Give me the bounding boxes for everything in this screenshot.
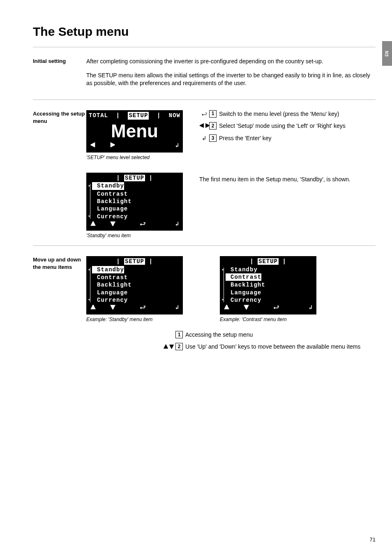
lcd-tab-setup: SETUP <box>128 112 149 120</box>
lcdA-caption: Example: 'Standby' menu item <box>86 316 183 323</box>
list-item: Contrast <box>92 274 180 281</box>
list-item: Language <box>226 289 314 296</box>
back-icon: ⮐ <box>140 304 145 311</box>
step-text: Accessing the setup menu <box>185 331 253 339</box>
list-item: Contrast <box>226 273 261 281</box>
list-item: Standby <box>92 266 124 273</box>
step-text: Select 'Setup' mode using the 'Left' or … <box>219 122 346 130</box>
scroll-down-icon: ▾ <box>88 214 90 220</box>
left-right-arrows-icon: ⯇⯈ <box>199 122 209 130</box>
lcd-menu-level: TOTAL | SETUP | NOW Menu ⯇ ⯈ ↲ <box>86 110 183 153</box>
list-item: Currency <box>92 296 180 304</box>
page-title: The Setup menu <box>33 25 376 39</box>
section-heading-accessing: Accessing the setup menu <box>33 110 86 239</box>
lcd-header-setup: SETUP <box>258 258 279 265</box>
step-number-1: 1 <box>209 110 217 118</box>
step-text: Press the 'Enter' key <box>219 134 272 142</box>
lcd-example-standby: | SETUP | ▴ Standby Contrast Backlight L… <box>86 256 183 314</box>
list-item: Backlight <box>92 281 180 289</box>
divider <box>33 47 376 47</box>
enter-icon: ↲ <box>309 304 312 312</box>
lcdB-caption: Example: 'Contrast' menu item <box>220 316 316 323</box>
lcd-pipe: | <box>157 112 161 120</box>
back-arrow-icon: ⮐ <box>199 110 209 118</box>
arrow-up-icon: ⯅ <box>90 221 96 227</box>
up-down-arrows-icon: ⯅⯆ <box>162 343 175 351</box>
enter-icon: ↲ <box>175 304 179 312</box>
back-icon: ⮐ <box>140 221 145 227</box>
enter-icon: ↲ <box>175 142 179 150</box>
divider <box>33 99 376 100</box>
list-item: Contrast <box>92 190 180 198</box>
list-item: Currency <box>226 296 314 304</box>
step-text: Use 'Up' and 'Down' keys to move between… <box>185 343 360 351</box>
step-number-3: 3 <box>209 134 217 142</box>
enter-icon: ↲ <box>199 134 209 143</box>
arrow-down-icon: ⯆ <box>244 304 249 311</box>
divider <box>33 245 376 246</box>
lcd-tab-total: TOTAL <box>89 112 108 120</box>
lcd-big-menu: Menu <box>89 122 180 140</box>
section-heading-initial: Initial setting <box>33 58 86 93</box>
initial-para-2: The SETUP menu item allows the initial s… <box>86 72 376 88</box>
list-item: Currency <box>92 213 180 220</box>
arrow-left-icon: ⯇ ⯈ <box>90 142 116 150</box>
step-number-2: 2 <box>209 122 217 130</box>
section-heading-move: Move up and down the menu items <box>33 256 86 355</box>
back-icon: ⮐ <box>273 304 279 311</box>
lcd2-caption: 'Standby' menu item <box>86 232 183 239</box>
scroll-down-icon: ▾ <box>88 297 90 303</box>
list-item: Standby <box>92 182 124 190</box>
lcd-setup-list-1: | SETUP | ▴ Standby Contrast Backlight L… <box>86 173 183 231</box>
step-text: Switch to the menu level (press the 'Men… <box>219 110 339 118</box>
arrow-down-icon: ⯆ <box>110 304 116 311</box>
list-item: Backlight <box>226 281 314 289</box>
lcd1-caption: 'SETUP' menu level selected <box>86 154 183 161</box>
scroll-down-icon: ▾ <box>221 297 224 303</box>
lcd-example-contrast: | SETUP | ▴ Standby Contrast Backlight L… <box>220 256 316 314</box>
list-item: Backlight <box>92 198 180 205</box>
enter-icon: ↲ <box>175 220 179 229</box>
list-item: Language <box>92 205 180 213</box>
page-number: 71 <box>370 536 376 543</box>
arrow-up-icon: ⯅ <box>90 304 96 311</box>
lcd-tab-now: NOW <box>169 112 180 120</box>
language-tab: EN <box>382 41 392 66</box>
lcd-header-setup: SETUP <box>124 258 145 265</box>
list-item: Standby <box>226 266 314 273</box>
lcd-pipe: | <box>116 112 120 120</box>
lcd-header-setup: SETUP <box>124 175 145 181</box>
initial-para-1: After completing comissioning the invert… <box>86 58 376 66</box>
arrow-up-icon: ⯅ <box>224 304 230 311</box>
list-item: Language <box>92 289 180 296</box>
step-number-2: 2 <box>175 343 183 350</box>
step-note: The first menu item in the Setup menu, '… <box>199 176 376 183</box>
arrow-down-icon: ⯆ <box>110 221 116 227</box>
step-number-1: 1 <box>175 331 183 338</box>
